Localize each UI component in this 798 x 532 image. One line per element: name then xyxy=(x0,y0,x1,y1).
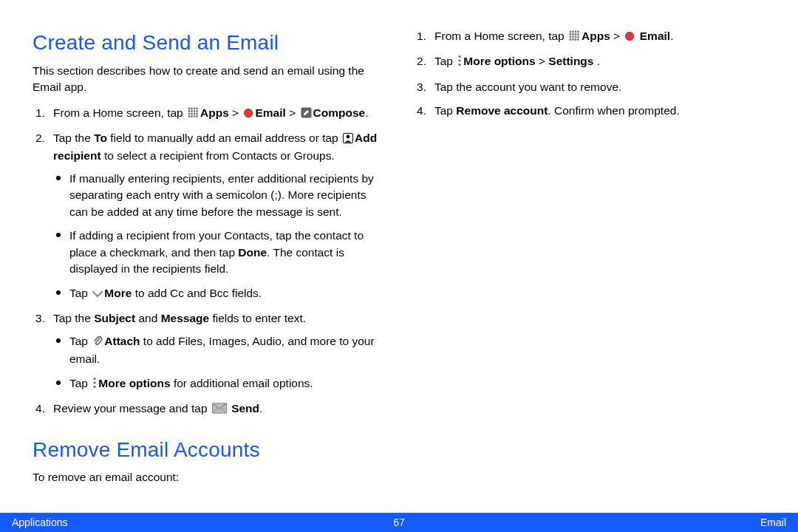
svg-point-42 xyxy=(459,60,461,62)
svg-point-13 xyxy=(191,115,193,117)
svg-point-9 xyxy=(191,112,193,115)
svg-point-25 xyxy=(572,31,574,33)
svg-point-0 xyxy=(188,107,191,109)
email-label: Email xyxy=(640,30,670,42)
svg-point-2 xyxy=(194,107,196,109)
page-content: Create and Send an Email This section de… xyxy=(33,28,765,499)
heading-remove-accounts: Remove Email Accounts xyxy=(33,435,384,466)
text: Tap xyxy=(69,377,91,389)
svg-point-16 xyxy=(245,109,253,117)
text: Tap xyxy=(69,335,91,347)
text: Tap xyxy=(434,55,456,67)
intro-remove: To remove an email account: xyxy=(33,469,384,485)
svg-point-5 xyxy=(191,110,193,112)
step-4: Review your message and tap Send. xyxy=(33,400,384,418)
svg-point-11 xyxy=(196,112,198,115)
footer-section: Applications xyxy=(12,516,393,528)
text: From a Home screen, tap xyxy=(434,30,567,42)
to-label: To xyxy=(94,132,107,144)
text: . xyxy=(593,55,600,67)
svg-point-10 xyxy=(194,112,196,115)
email-red-dot-icon xyxy=(624,30,635,46)
more-options-label: More options xyxy=(98,377,170,389)
svg-point-26 xyxy=(575,31,577,33)
svg-point-41 xyxy=(459,55,461,58)
svg-point-4 xyxy=(188,110,191,112)
bullet-2b: If adding a recipient from your Contacts… xyxy=(53,228,384,277)
step-2: Tap the To field to manually add an emai… xyxy=(33,130,384,303)
send-label: Send xyxy=(231,402,259,415)
bullet-3a: Tap Attach to add Files, Images, Audio, … xyxy=(53,333,384,368)
svg-point-30 xyxy=(575,33,577,35)
text: Tap the xyxy=(53,312,94,324)
svg-point-3 xyxy=(196,107,198,109)
svg-point-37 xyxy=(572,38,574,41)
text: field to manually add an email address o… xyxy=(107,132,341,144)
text: for additional email options. xyxy=(171,377,313,389)
done-label: Done xyxy=(238,246,267,259)
email-red-dot-icon xyxy=(243,106,253,123)
more-options-icon xyxy=(457,55,462,71)
r-step-3: Tap the account you want to remove. xyxy=(414,79,765,95)
message-label: Message xyxy=(161,312,209,324)
email-label: Email xyxy=(255,106,285,119)
apps-grid-icon xyxy=(188,106,199,123)
svg-point-40 xyxy=(626,33,634,41)
page-footer: Applications 67 Email xyxy=(0,513,798,532)
more-options-icon xyxy=(92,377,97,393)
svg-point-28 xyxy=(570,33,572,35)
steps-create-send: From a Home screen, tap Apps > Email > C… xyxy=(33,105,384,419)
text: to select a recipient from Contacts or G… xyxy=(101,149,335,162)
svg-point-24 xyxy=(570,31,572,33)
intro-create-send: This section describes how to create and… xyxy=(33,63,384,96)
svg-point-22 xyxy=(94,386,96,388)
attach-label: Attach xyxy=(104,335,140,347)
steps-remove: From a Home screen, tap Apps > Email. Ta… xyxy=(414,28,765,120)
contact-icon xyxy=(343,132,353,148)
text: From a Home screen, tap xyxy=(53,106,186,119)
svg-point-7 xyxy=(196,110,198,112)
r-step-2: Tap More options > Settings . xyxy=(414,53,765,71)
svg-point-20 xyxy=(94,378,96,380)
svg-point-29 xyxy=(572,33,574,35)
svg-point-34 xyxy=(575,36,577,38)
footer-page-number: 67 xyxy=(393,516,405,528)
text: to add Cc and Bcc fields. xyxy=(132,287,262,299)
svg-point-38 xyxy=(575,38,577,41)
chevron-down-icon xyxy=(92,287,103,303)
more-label: More xyxy=(104,287,132,299)
compose-pencil-icon xyxy=(301,106,312,123)
step-1: From a Home screen, tap Apps > Email > C… xyxy=(33,105,384,123)
text: . Confirm when prompted. xyxy=(548,104,679,117)
svg-point-6 xyxy=(194,110,196,112)
footer-topic: Email xyxy=(405,516,786,528)
text: fields to enter text. xyxy=(209,312,306,324)
heading-create-send: Create and Send an Email xyxy=(33,28,384,58)
text: Tap the xyxy=(53,132,94,144)
text: Tap xyxy=(69,287,91,299)
step-3-bullets: Tap Attach to add Files, Images, Audio, … xyxy=(53,333,384,393)
svg-point-19 xyxy=(347,135,350,139)
more-options-label: More options xyxy=(463,55,535,67)
step-2-bullets: If manually entering recipients, enter a… xyxy=(53,171,384,303)
period: . xyxy=(259,402,262,415)
bullet-2c: Tap More to add Cc and Bcc fields. xyxy=(53,285,384,303)
svg-point-15 xyxy=(196,115,198,117)
send-envelope-icon xyxy=(212,402,227,418)
paperclip-icon xyxy=(92,335,103,351)
settings-label: Settings xyxy=(548,55,593,67)
svg-point-36 xyxy=(570,38,572,41)
r-step-1: From a Home screen, tap Apps > Email. xyxy=(414,28,765,46)
svg-point-35 xyxy=(577,36,579,38)
sep: > xyxy=(286,106,299,119)
sep: > xyxy=(610,30,624,42)
svg-point-8 xyxy=(188,112,191,115)
bullet-2a: If manually entering recipients, enter a… xyxy=(53,171,384,220)
svg-point-32 xyxy=(570,36,572,38)
apps-label: Apps xyxy=(200,106,229,119)
sep: > xyxy=(229,106,242,119)
apps-grid-icon xyxy=(569,30,580,46)
text: Review your message and tap xyxy=(53,402,211,415)
compose-label: Compose xyxy=(313,106,366,119)
svg-point-43 xyxy=(459,64,461,66)
